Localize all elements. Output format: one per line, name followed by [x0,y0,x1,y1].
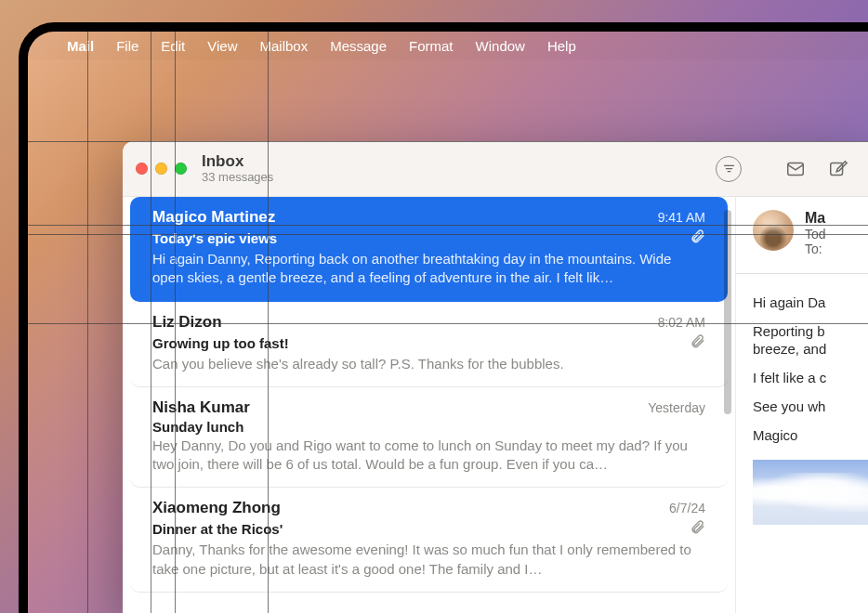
desktop-screen: Mail File Edit View Mailbox Message Form… [28,32,868,613]
window-titlebar: Inbox 33 messages [123,141,868,197]
message-row[interactable]: Xiaomeng Zhong 6/7/24 Dinner at the Rico… [130,488,728,593]
device-frame: Mail File Edit View Mailbox Message Form… [19,22,868,613]
reading-to-label: To: [805,241,826,256]
attachment-icon [690,519,705,539]
close-button[interactable] [136,163,148,175]
body-line: Hi again Da [753,294,868,310]
menu-window[interactable]: Window [465,38,536,54]
compose-icon [828,159,848,179]
message-row[interactable]: Nisha Kumar Yesterday Sunday lunch Hey D… [130,387,728,489]
system-menubar: Mail File Edit View Mailbox Message Form… [28,32,868,59]
message-sender: Nisha Kumar [152,398,250,417]
get-mail-button[interactable] [779,154,812,184]
message-time: 6/7/24 [669,501,705,515]
message-subject: Sunday lunch [152,419,243,435]
message-preview: Hi again Danny, Reporting back on anothe… [152,250,705,288]
message-preview: Can you believe she's already so tall? P… [152,355,705,373]
body-line: Magico [753,427,868,443]
menu-view[interactable]: View [196,38,248,54]
svg-rect-3 [788,163,804,175]
menu-edit[interactable]: Edit [150,38,196,54]
message-sender: Magico Martinez [152,208,275,227]
filter-lines-icon [722,162,736,176]
message-preview: Danny, Thanks for the awesome evening! I… [152,541,705,579]
reading-pane: Ma Tod To: Hi again Da Reporting b breez… [736,197,868,613]
reading-subject: Tod [805,227,826,241]
window-controls [136,163,187,175]
message-sender: Xiaomeng Zhong [152,499,281,517]
message-header: Ma Tod To: [753,210,868,256]
message-preview: Hey Danny, Do you and Rigo want to come … [152,437,705,475]
divider [736,273,868,274]
mailbox-title: Inbox [202,153,273,171]
attachment-icon [690,333,705,353]
message-subject: Dinner at the Ricos' [152,521,283,537]
envelope-icon [785,159,806,179]
compose-button[interactable] [822,154,855,184]
message-subject: Growing up too fast! [152,335,289,351]
mailbox-subtitle: 33 messages [202,170,273,184]
minimize-button[interactable] [155,163,167,175]
body-line: Reporting b [753,323,868,339]
message-row[interactable]: Magico Martinez 9:41 AM Today's epic vie… [130,197,728,302]
attachment-icon [690,228,705,248]
menu-mailbox[interactable]: Mailbox [248,38,319,54]
mail-window: Inbox 33 messages [123,141,868,613]
message-time: 8:02 AM [658,315,705,330]
message-time: Yesterday [648,400,705,415]
message-time: 9:41 AM [658,210,705,225]
message-list[interactable]: Magico Martinez 9:41 AM Today's epic vie… [123,197,736,613]
menu-message[interactable]: Message [319,38,398,54]
zoom-button[interactable] [175,163,187,175]
menu-help[interactable]: Help [536,38,587,54]
menubar-app-name[interactable]: Mail [56,38,105,54]
list-scrollbar[interactable] [724,210,731,414]
message-subject: Today's epic views [152,230,277,246]
guide-line [87,32,88,613]
message-row[interactable]: Liz Dizon 8:02 AM Growing up too fast! C… [130,302,728,387]
reading-from: Ma [805,210,826,227]
menu-format[interactable]: Format [398,38,465,54]
filter-button[interactable] [716,156,742,182]
sender-avatar[interactable] [753,210,794,251]
message-sender: Liz Dizon [152,313,222,332]
body-line: See you wh [753,398,868,414]
window-content: Magico Martinez 9:41 AM Today's epic vie… [123,197,868,613]
body-line: I felt like a c [753,370,868,385]
menu-file[interactable]: File [105,38,150,54]
body-line: breeze, and [753,341,868,357]
attachment-photo[interactable] [753,460,868,525]
